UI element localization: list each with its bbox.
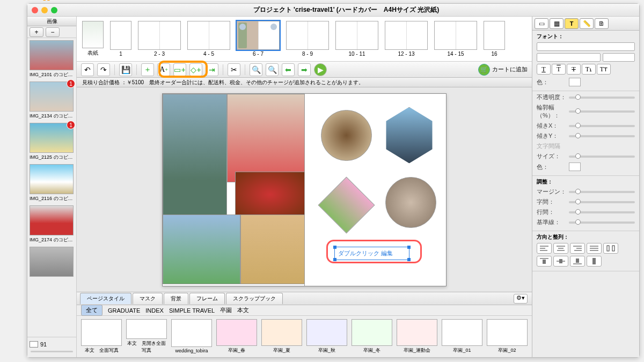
valign-middle-button[interactable]: [553, 256, 568, 267]
filter-item[interactable]: 本文: [237, 306, 249, 314]
photo-slot[interactable]: [227, 94, 305, 182]
overline-button[interactable]: T: [552, 64, 566, 75]
style-item[interactable]: 本文 見開き全面写真: [126, 319, 167, 354]
spacing-slider[interactable]: [569, 201, 635, 203]
page-thumb-cover[interactable]: 表紙: [82, 21, 104, 57]
page-thumb-selected[interactable]: 6 - 7: [237, 21, 280, 57]
photo-slot[interactable]: [235, 172, 305, 217]
add-to-cart-button[interactable]: 🛒 カートに追加: [478, 64, 528, 76]
outline-color-swatch[interactable]: [569, 162, 581, 171]
add-image-button[interactable]: +: [30, 27, 43, 37]
style-item[interactable]: 卒園_夏: [261, 319, 302, 354]
image-thumb[interactable]: 1IMG_2134 のコピー…: [30, 82, 74, 120]
style-item[interactable]: 卒園_運動会: [397, 319, 437, 354]
inspector-tab-text[interactable]: T: [565, 18, 579, 29]
style-item[interactable]: 卒園_秋: [306, 319, 347, 354]
text-color-swatch[interactable]: [569, 78, 581, 86]
outline-slider[interactable]: [569, 110, 635, 113]
valign-top-button[interactable]: [537, 256, 552, 267]
crop-button[interactable]: ✂: [228, 63, 240, 76]
remove-image-button[interactable]: −: [46, 27, 60, 37]
page-thumb[interactable]: 4 - 5: [187, 21, 230, 57]
prev-page-button[interactable]: ⬅: [282, 63, 295, 76]
subscript-button[interactable]: T₁: [582, 64, 596, 75]
image-thumb[interactable]: [30, 247, 74, 278]
undo-button[interactable]: ↶: [81, 63, 94, 76]
smallcaps-button[interactable]: Tᴛ: [597, 64, 611, 75]
photo-slot[interactable]: [163, 94, 227, 217]
filter-item[interactable]: 卒園: [220, 306, 232, 314]
photo-slot[interactable]: [240, 215, 305, 284]
canvas-area[interactable]: ダブルクリック 編集: [77, 87, 532, 292]
add-page-button[interactable]: ＋: [141, 63, 154, 76]
photo-slot[interactable]: [321, 110, 372, 161]
filter-all[interactable]: 全て: [81, 305, 103, 316]
tab-frame[interactable]: フレーム: [189, 293, 225, 304]
redo-button[interactable]: ↷: [97, 63, 110, 76]
align-center-button[interactable]: [553, 243, 568, 254]
page-thumb[interactable]: 10 - 11: [335, 21, 378, 57]
image-thumb[interactable]: IMG_2101 のコピー…: [30, 40, 74, 78]
page-strip[interactable]: 表紙 1 2 - 3 » 4 - 5 6 - 7 8 - 9 10 - 11 1…: [77, 17, 532, 62]
strike-button[interactable]: T: [567, 64, 581, 75]
page-thumb[interactable]: 2 - 3 »: [138, 21, 181, 57]
thumb-size-slider[interactable]: [27, 351, 76, 357]
skewx-slider[interactable]: [569, 125, 635, 127]
filter-item[interactable]: INDEX: [145, 307, 164, 314]
page-thumb[interactable]: 16: [484, 21, 505, 57]
play-button[interactable]: ▶: [314, 63, 327, 76]
align-right-button[interactable]: [570, 243, 585, 254]
photo-slot[interactable]: [163, 215, 240, 284]
minimize-icon[interactable]: [41, 7, 48, 13]
filter-icon[interactable]: [30, 341, 38, 348]
style-item[interactable]: 卒園_冬: [352, 319, 392, 354]
photo-slot[interactable]: [318, 176, 375, 233]
align-left-button[interactable]: [537, 243, 552, 254]
photo-slot[interactable]: [383, 107, 436, 164]
skewy-slider[interactable]: [569, 135, 635, 137]
valign-bottom-button[interactable]: [570, 256, 585, 267]
photo-slot[interactable]: [385, 177, 436, 228]
page-thumb[interactable]: 8 - 9: [286, 21, 329, 57]
close-icon[interactable]: [32, 7, 38, 13]
opacity-slider[interactable]: [569, 97, 635, 99]
valign-stretch-button[interactable]: [587, 256, 602, 267]
tab-mask[interactable]: マスク: [133, 293, 163, 304]
page-thumb[interactable]: 14 - 15: [434, 21, 477, 57]
inspector-tab-layout[interactable]: ▦: [550, 18, 564, 29]
image-thumb[interactable]: IMG_2116 のコピー-j…: [30, 164, 74, 202]
tab-scrapbook[interactable]: スクラップブック: [226, 293, 283, 304]
inspector-tab-ruler[interactable]: 📏: [580, 18, 594, 29]
style-list[interactable]: 本文 全面写真 本文 見開き全面写真 wedding_tobira 卒園_春 卒…: [77, 316, 532, 357]
right-page[interactable]: ダブルクリック 編集: [305, 94, 447, 286]
filter-item[interactable]: SIMPLE TRAVEL: [169, 307, 215, 314]
save-button[interactable]: 💾: [119, 63, 132, 76]
page-thumb[interactable]: 12 - 13: [385, 21, 428, 57]
align-distribute-button[interactable]: [603, 243, 618, 254]
styles-settings-button[interactable]: ⚙▾: [514, 294, 528, 304]
baseline-slider[interactable]: [569, 221, 635, 224]
margin-slider[interactable]: [569, 191, 635, 193]
font-size-select[interactable]: [603, 53, 635, 62]
image-thumb[interactable]: 1IMG_2125 のコピー…: [30, 123, 74, 161]
style-item[interactable]: 卒園_02: [487, 319, 528, 354]
line-slider[interactable]: [569, 211, 635, 213]
images-list[interactable]: IMG_2101 のコピー… 1IMG_2134 のコピー… 1IMG_2125…: [27, 38, 76, 337]
style-item[interactable]: 卒園_01: [442, 319, 482, 354]
image-thumb[interactable]: IMG_2174 のコピー…: [30, 205, 74, 243]
filter-item[interactable]: GRADUATE: [108, 307, 140, 314]
tab-background[interactable]: 背景: [164, 293, 188, 304]
tab-page-style[interactable]: ページスタイル: [80, 293, 131, 304]
spread-view[interactable]: ダブルクリック 編集: [162, 93, 447, 286]
page-thumb[interactable]: 1: [110, 21, 131, 57]
left-page[interactable]: [163, 94, 305, 286]
align-justify-button[interactable]: [587, 243, 602, 254]
size-slider[interactable]: [569, 156, 635, 158]
style-item[interactable]: wedding_tobira: [171, 319, 212, 354]
next-page-button[interactable]: ➡: [298, 63, 311, 76]
zoom-out-button[interactable]: 🔍: [266, 63, 279, 76]
style-item[interactable]: 本文 全面写真: [81, 319, 122, 354]
zoom-icon[interactable]: [51, 7, 57, 13]
style-item[interactable]: 卒園_春: [216, 319, 257, 354]
inspector-tab-page[interactable]: 🗎: [595, 18, 609, 29]
